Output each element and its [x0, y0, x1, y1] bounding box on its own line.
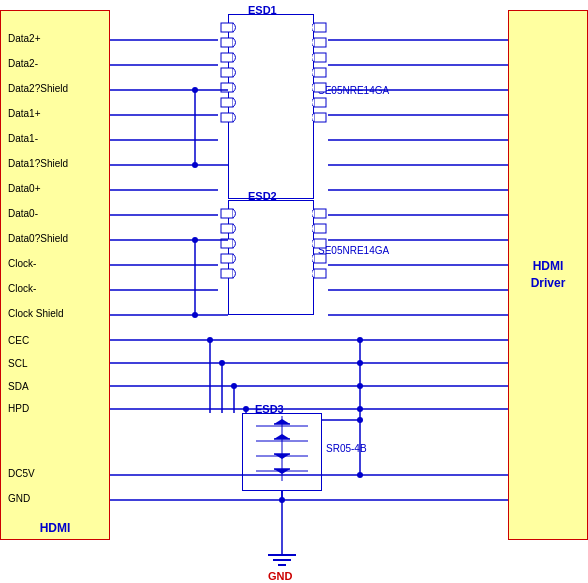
wiring-svg	[0, 0, 588, 583]
gnd-label: GND	[268, 570, 292, 582]
svg-point-68	[192, 87, 198, 93]
svg-point-86	[357, 383, 363, 389]
svg-point-84	[357, 337, 363, 343]
svg-point-78	[231, 383, 237, 389]
svg-point-87	[357, 406, 363, 412]
svg-point-69	[192, 162, 198, 168]
svg-point-76	[219, 360, 225, 366]
svg-point-71	[192, 237, 198, 243]
svg-point-88	[357, 472, 363, 478]
diagram-container: HDMI HDMIDriver Data2+ Data2- Data2?Shie…	[0, 0, 588, 583]
svg-point-74	[207, 337, 213, 343]
svg-point-80	[243, 406, 249, 412]
svg-point-85	[357, 360, 363, 366]
svg-point-72	[192, 312, 198, 318]
